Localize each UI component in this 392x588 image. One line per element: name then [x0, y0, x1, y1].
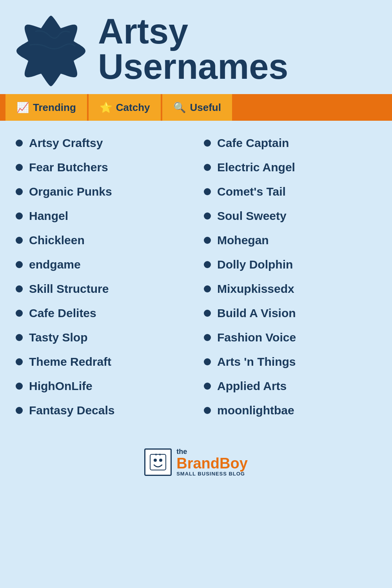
- list-item: Fashion Voice: [204, 331, 376, 344]
- item-text: Cafe Delites: [29, 307, 96, 320]
- footer-tagline-label: SMALL BUSINESS BLOG: [176, 471, 245, 477]
- bullet-icon: [16, 285, 23, 292]
- bullet-icon: [16, 164, 23, 171]
- header: Artsy Usernames: [0, 0, 392, 94]
- bullet-icon: [16, 237, 23, 244]
- tab-useful-label: Useful: [190, 102, 221, 114]
- bullet-icon: [16, 212, 23, 220]
- item-text: Applied Arts: [217, 379, 287, 393]
- list-item: moonlightbae: [204, 404, 376, 417]
- item-text: HighOnLife: [29, 379, 93, 393]
- item-text: Hangel: [29, 209, 68, 223]
- bullet-icon: [16, 310, 23, 317]
- list-item: Cafe Captain: [204, 136, 376, 150]
- item-text: Comet's Tail: [217, 185, 286, 198]
- tab-bar: 📈 Trending ⭐ Catchy 🔍 Useful: [0, 94, 392, 121]
- bullet-icon: [204, 383, 211, 390]
- footer-brand-text: the BrandBoy SMALL BUSINESS BLOG: [176, 448, 248, 477]
- bullet-icon: [204, 212, 211, 220]
- list-item: Applied Arts: [204, 379, 376, 393]
- bullet-icon: [204, 358, 211, 365]
- item-text: moonlightbae: [217, 404, 294, 417]
- svg-rect-0: [150, 454, 166, 470]
- bullet-icon: [204, 310, 211, 317]
- list-item: Build A Vision: [204, 307, 376, 320]
- useful-icon: 🔍: [173, 102, 186, 114]
- item-text: Fantasy Decals: [29, 404, 114, 417]
- item-text: Mixupkissedx: [217, 282, 294, 296]
- list-item: Mohegan: [204, 234, 376, 247]
- tab-useful[interactable]: 🔍 Useful: [162, 94, 232, 121]
- page-title: Artsy Usernames: [98, 14, 288, 84]
- bullet-icon: [16, 188, 23, 195]
- bullet-icon: [204, 285, 211, 292]
- list-item: Comet's Tail: [204, 185, 376, 198]
- list-item: Mixupkissedx: [204, 282, 376, 296]
- footer-brandboy-label: BrandBoy: [176, 456, 248, 471]
- list-item: Hangel: [16, 209, 188, 223]
- item-text: Tasty Slop: [29, 331, 87, 344]
- bullet-icon: [204, 334, 211, 341]
- item-text: endgame: [29, 258, 81, 271]
- list-item: Fear Butchers: [16, 161, 188, 174]
- bullet-icon: [204, 164, 211, 171]
- item-text: Fear Butchers: [29, 161, 108, 174]
- footer-the-label: the: [176, 448, 187, 456]
- bullet-icon: [204, 407, 211, 414]
- item-text: Organic Punks: [29, 185, 112, 198]
- item-text: Mohegan: [217, 234, 269, 247]
- item-text: Dolly Dolphin: [217, 258, 293, 271]
- list-item: endgame: [16, 258, 188, 271]
- list-item: Dolly Dolphin: [204, 258, 376, 271]
- bullet-icon: [16, 140, 23, 147]
- svg-point-2: [159, 459, 162, 462]
- left-column: Artsy Craftsy Fear Butchers Organic Punk…: [8, 136, 196, 428]
- bullet-icon: [16, 261, 23, 268]
- list-item: HighOnLife: [16, 379, 188, 393]
- item-text: Fashion Voice: [217, 331, 296, 344]
- star-icon: [12, 12, 90, 86]
- title-block: Artsy Usernames: [98, 14, 288, 84]
- list-item: Chickleen: [16, 234, 188, 247]
- item-text: Chickleen: [29, 234, 85, 247]
- list-item: Organic Punks: [16, 185, 188, 198]
- item-text: Arts 'n Things: [217, 355, 296, 368]
- item-text: Cafe Captain: [217, 136, 289, 150]
- item-text: Artsy Craftsy: [29, 136, 103, 150]
- tab-trending-label: Trending: [33, 102, 76, 114]
- item-text: Build A Vision: [217, 307, 296, 320]
- list-item: Fantasy Decals: [16, 404, 188, 417]
- item-text: Soul Sweety: [217, 209, 287, 223]
- tab-bar-accent: [0, 94, 5, 121]
- item-text: Theme Redraft: [29, 355, 111, 368]
- trending-icon: 📈: [16, 102, 29, 114]
- bullet-icon: [204, 261, 211, 268]
- bullet-icon: [204, 237, 211, 244]
- item-text: Electric Angel: [217, 161, 295, 174]
- bullet-icon: [16, 358, 23, 365]
- list-item: Arts 'n Things: [204, 355, 376, 368]
- tab-catchy[interactable]: ⭐ Catchy: [89, 94, 163, 121]
- list-item: Electric Angel: [204, 161, 376, 174]
- page-wrapper: Artsy Usernames 📈 Trending ⭐ Catchy 🔍 Us…: [0, 0, 392, 588]
- right-column: Cafe Captain Electric Angel Comet's Tail…: [196, 136, 384, 428]
- bullet-icon: [204, 140, 211, 147]
- content-area: Artsy Craftsy Fear Butchers Organic Punk…: [0, 132, 392, 440]
- brand-logo-box: [144, 448, 172, 476]
- bullet-icon: [16, 334, 23, 341]
- list-item: Theme Redraft: [16, 355, 188, 368]
- bullet-icon: [204, 188, 211, 195]
- bullet-icon: [16, 383, 23, 390]
- svg-point-1: [154, 459, 157, 462]
- bullet-icon: [16, 407, 23, 414]
- tab-catchy-label: Catchy: [116, 102, 150, 114]
- list-item: Artsy Craftsy: [16, 136, 188, 150]
- tab-trending[interactable]: 📈 Trending: [5, 94, 89, 121]
- footer: the BrandBoy SMALL BUSINESS BLOG: [0, 440, 392, 485]
- list-item: Tasty Slop: [16, 331, 188, 344]
- list-item: Cafe Delites: [16, 307, 188, 320]
- list-item: Skill Structure: [16, 282, 188, 296]
- catchy-icon: ⭐: [100, 102, 112, 114]
- list-item: Soul Sweety: [204, 209, 376, 223]
- item-text: Skill Structure: [29, 282, 109, 296]
